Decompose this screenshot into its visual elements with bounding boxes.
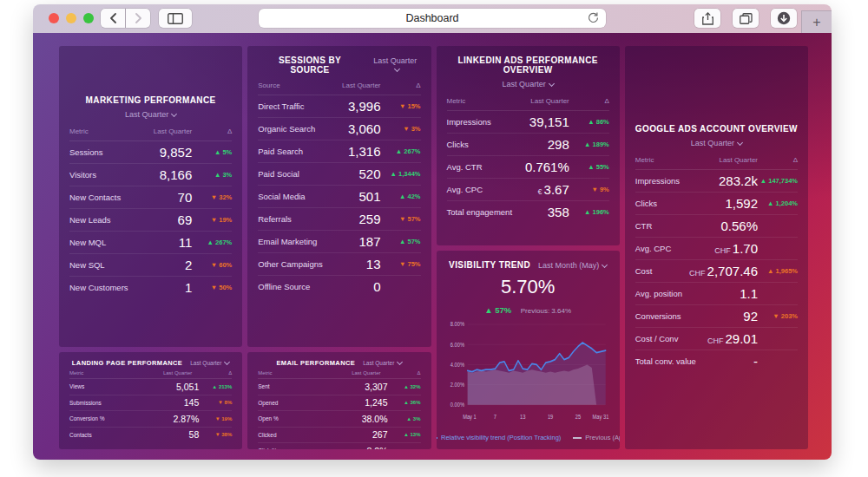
- table-row: Avg. position1.1: [635, 283, 798, 305]
- table-row: Total conv. value-: [635, 350, 798, 372]
- table-row: Paid Social520▲ 1,344%: [258, 163, 420, 186]
- chevron-down-icon: [397, 359, 403, 365]
- table-row: Impressions283.2k▲ 147,734%: [635, 170, 798, 193]
- table-row: Click %8.2%▼ 13%: [258, 443, 420, 449]
- svg-text:19: 19: [547, 414, 553, 421]
- chevron-down-icon: [394, 66, 400, 72]
- table-row: Email Marketing187▲ 57%: [258, 231, 420, 253]
- back-button[interactable]: [101, 9, 125, 28]
- table-row: Avg. CTR0.761%▲ 55%: [447, 156, 609, 179]
- table-row: Clicks298▲ 189%: [447, 134, 609, 156]
- table-header: Metric Last Quarter Δ: [69, 367, 232, 379]
- table-row: CTR0.56%: [635, 215, 798, 238]
- svg-text:6.00%: 6.00%: [450, 341, 464, 348]
- period-selector[interactable]: Last Quarter: [190, 360, 229, 366]
- zoom-window-button[interactable]: [83, 13, 94, 23]
- table-row: Opened1,245▲ 36%: [258, 395, 420, 412]
- table-row: Direct Traffic3,996▼ 15%: [258, 95, 420, 118]
- table-row: Social Media501▲ 42%: [258, 186, 420, 208]
- table-header: Metric Last Quarter Δ: [258, 367, 420, 379]
- table-row: Impressions39,151▲ 86%: [447, 111, 609, 134]
- table-row: Avg. CPC€3.67▼ 9%: [447, 179, 609, 201]
- chevron-down-icon: [549, 81, 555, 87]
- period-selector[interactable]: Last Quarter: [691, 139, 742, 147]
- chart-legend: Relative visibility trend (Position Trac…: [447, 434, 609, 449]
- chevron-down-icon: [602, 262, 608, 268]
- period-selector[interactable]: Last Quarter: [125, 110, 176, 119]
- svg-text:4.00%: 4.00%: [450, 361, 464, 368]
- downloads-button[interactable]: [771, 9, 797, 28]
- close-window-button[interactable]: [49, 13, 59, 23]
- chevron-down-icon: [737, 139, 743, 145]
- panel-title: VISIBILITY TREND: [449, 260, 530, 270]
- chevron-down-icon: [224, 359, 230, 365]
- panel-title: LANDING PAGE PERFORMANCE: [72, 359, 182, 367]
- visibility-trend-panel: VISIBILITY TREND Last Month (May) 5.70% …: [437, 251, 620, 449]
- table-row: New Leads69▼ 19%: [69, 209, 232, 232]
- dashboard: MARKETING PERFORMANCE Last Quarter Metri…: [33, 33, 832, 460]
- period-selector[interactable]: Last Quarter: [503, 80, 554, 88]
- browser-window: Dashboard +: [33, 4, 832, 460]
- table-header: Metric Last Quarter Δ: [447, 90, 609, 111]
- svg-text:2.00%: 2.00%: [450, 381, 464, 388]
- svg-text:13: 13: [520, 414, 526, 421]
- dashboard-column-3: LINKEDIN ADS PERFORMANCE OVERVIEW Last Q…: [437, 46, 620, 449]
- svg-text:May 1: May 1: [463, 414, 477, 421]
- previous-line-icon: [573, 437, 582, 439]
- show-tabs-button[interactable]: [733, 9, 759, 28]
- table-row: Clicked267▲ 13%: [258, 428, 420, 444]
- table-header: Metric Last Quarter Δ: [635, 149, 798, 170]
- table-header: Metric Last Quarter Δ: [69, 121, 232, 141]
- address-bar[interactable]: Dashboard: [259, 9, 606, 28]
- back-icon: [109, 13, 117, 23]
- minimize-window-button[interactable]: [66, 13, 76, 23]
- table-row: Conversions92▼ 203%: [635, 305, 798, 328]
- legend-item-trend[interactable]: Relative visibility trend (Position Trac…: [437, 434, 562, 441]
- period-selector[interactable]: Last Quarter: [363, 360, 402, 366]
- table-row: New Customers1▼ 50%: [69, 277, 232, 298]
- svg-text:8.00%: 8.00%: [450, 321, 464, 328]
- table-row: Clicks1,592▲ 1,204%: [635, 193, 798, 215]
- table-row: Avg. CPCCHF1.70: [635, 238, 798, 260]
- panel-title: EMAIL PERFORMANCE: [276, 359, 355, 367]
- download-icon: [777, 11, 791, 25]
- visibility-big-value: 5.70%: [447, 276, 609, 298]
- table-row: Sent3,307▲ 32%: [258, 379, 420, 395]
- table-row: Sessions9,852▲ 5%: [69, 141, 232, 164]
- table-row: New Contacts70▼ 32%: [69, 186, 232, 209]
- visibility-delta: ▲ 57%: [484, 305, 511, 315]
- share-button[interactable]: [694, 9, 720, 28]
- table-row: Conversion %2.87%▼ 19%: [69, 411, 232, 428]
- legend-item-previous[interactable]: Previous (Apr): [573, 434, 619, 441]
- table-row: Views5,051▲ 213%: [69, 379, 232, 395]
- google-ads-panel: GOOGLE ADS ACCOUNT OVERVIEW Last Quarter…: [625, 46, 808, 449]
- period-selector[interactable]: Last Quarter: [370, 56, 421, 74]
- svg-text:7: 7: [493, 414, 496, 421]
- table-row: Other Campaigns13▼ 75%: [258, 253, 420, 276]
- table-header: Source Last Quarter Δ: [258, 75, 420, 95]
- metrics-table: Sent3,307▲ 32%Opened1,245▲ 36%Open %38.0…: [258, 379, 420, 449]
- dashboard-column-4: GOOGLE ADS ACCOUNT OVERVIEW Last Quarter…: [625, 46, 808, 449]
- table-row: Paid Search1,316▲ 267%: [258, 140, 420, 163]
- new-tab-button[interactable]: +: [801, 10, 832, 35]
- sidebar-toggle-button[interactable]: [159, 9, 192, 28]
- tabs-icon: [740, 13, 753, 24]
- period-selector[interactable]: Last Month (May): [538, 261, 607, 270]
- share-icon: [702, 12, 713, 25]
- sidebar-icon: [168, 13, 183, 24]
- table-row: Organic Search3,060▼ 3%: [258, 118, 420, 140]
- reload-icon[interactable]: [587, 11, 600, 27]
- visibility-trend-chart: 8.00%6.00%4.00%2.00%0.00%May 17131925May…: [447, 318, 609, 434]
- table-row: Open %38.0%▲ 3%: [258, 411, 420, 428]
- browser-toolbar: Dashboard +: [33, 4, 832, 33]
- metrics-table: Impressions39,151▲ 86%Clicks298▲ 189%Avg…: [447, 111, 609, 223]
- visibility-previous: Previous: 3.64%: [521, 307, 571, 315]
- forward-button[interactable]: [126, 9, 150, 28]
- window-controls: [49, 13, 94, 23]
- forward-icon: [135, 13, 142, 23]
- landing-page-performance-panel: LANDING PAGE PERFORMANCE Last Quarter Me…: [59, 352, 242, 449]
- table-row: Contacts58▼ 38%: [69, 428, 232, 443]
- marketing-performance-panel: MARKETING PERFORMANCE Last Quarter Metri…: [59, 46, 242, 347]
- dashboard-column-2: SESSIONS BY SOURCE Last Quarter Source L…: [247, 46, 431, 449]
- panel-title: SESSIONS BY SOURCE: [258, 56, 362, 75]
